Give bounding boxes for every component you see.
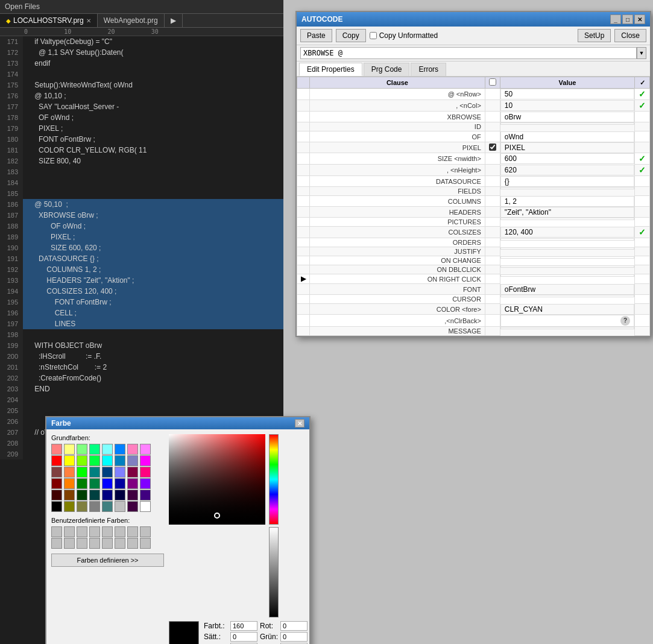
line-content[interactable]: PIXEL ; xyxy=(23,232,283,242)
basic-color-swatch[interactable] xyxy=(89,455,100,466)
value-cell[interactable]: ? xyxy=(500,315,634,327)
value-cell[interactable]: 620 xyxy=(500,165,634,175)
basic-color-swatch[interactable] xyxy=(140,501,151,512)
custom-color-swatch[interactable] xyxy=(127,526,138,537)
line-content[interactable]: :CreateFromCode() xyxy=(23,373,283,384)
basic-color-swatch[interactable] xyxy=(140,490,151,500)
value-cell[interactable] xyxy=(500,274,634,277)
satt-input[interactable] xyxy=(230,632,257,642)
line-content[interactable] xyxy=(23,329,283,340)
value-cell[interactable]: 600 xyxy=(500,153,634,164)
basic-color-swatch[interactable] xyxy=(102,455,113,466)
basic-color-swatch[interactable] xyxy=(89,478,100,489)
line-content[interactable]: @ 1,1 SAY Setup():Daten( xyxy=(23,47,283,58)
value-cell[interactable] xyxy=(500,122,634,125)
color-picker-close-button[interactable]: ✕ xyxy=(295,419,304,428)
basic-color-swatch[interactable] xyxy=(77,455,87,466)
custom-color-swatch[interactable] xyxy=(102,526,113,537)
value-cell[interactable] xyxy=(500,238,634,241)
tab-localhostsrv[interactable]: ◆ LOCALHOSTSRV.prg ✕ xyxy=(0,14,98,27)
ac-tab-errors[interactable]: Errors xyxy=(411,63,446,76)
row-checkbox[interactable] xyxy=(489,144,496,151)
basic-color-swatch[interactable] xyxy=(102,478,113,489)
value-cell[interactable]: 10 xyxy=(500,100,634,111)
basic-color-swatch[interactable] xyxy=(115,490,125,500)
line-content[interactable]: SIZE 800, 40 xyxy=(23,156,283,166)
paste-button[interactable]: Paste xyxy=(300,29,332,42)
basic-color-swatch[interactable] xyxy=(102,444,113,455)
line-content[interactable]: FONT oFontBrw ; xyxy=(23,297,283,308)
basic-color-swatch[interactable] xyxy=(115,478,125,489)
basic-color-swatch[interactable] xyxy=(115,455,125,466)
line-content[interactable]: endif xyxy=(23,58,283,69)
ac-tab-prg-code[interactable]: Prg Code xyxy=(364,63,410,76)
tab-localhostsrv-close[interactable]: ✕ xyxy=(86,17,91,24)
custom-color-swatch[interactable] xyxy=(115,526,125,537)
line-content[interactable] xyxy=(23,69,283,80)
value-cell[interactable]: {} xyxy=(500,176,634,187)
basic-color-swatch[interactable] xyxy=(127,490,138,500)
basic-color-swatch[interactable] xyxy=(127,501,138,512)
line-content[interactable]: CELL ; xyxy=(23,308,283,318)
basic-color-swatch[interactable] xyxy=(140,455,151,466)
setup-button[interactable]: SetUp xyxy=(578,29,611,42)
line-content[interactable] xyxy=(23,188,283,199)
basic-color-swatch[interactable] xyxy=(140,478,151,489)
custom-color-swatch[interactable] xyxy=(64,526,75,537)
basic-color-swatch[interactable] xyxy=(64,478,75,489)
custom-color-swatch[interactable] xyxy=(127,538,138,549)
line-content[interactable]: :nStretchCol := 2 xyxy=(23,362,283,373)
basic-color-swatch[interactable] xyxy=(102,490,113,500)
basic-color-swatch[interactable] xyxy=(127,455,138,466)
xbrowse-dropdown[interactable]: ▼ xyxy=(637,47,646,59)
basic-color-swatch[interactable] xyxy=(51,490,62,500)
line-content[interactable]: END xyxy=(23,384,283,394)
line-content[interactable]: XBROWSE oBrw ; xyxy=(23,210,283,221)
xbrowse-input[interactable] xyxy=(300,47,637,59)
basic-color-swatch[interactable] xyxy=(89,501,100,512)
value-cell[interactable]: oBrw xyxy=(500,112,634,122)
line-content[interactable]: if Valtype(cDebug) = "C" xyxy=(23,36,283,47)
line-content[interactable]: FONT oFontBrw ; xyxy=(23,134,283,145)
custom-color-swatch[interactable] xyxy=(51,538,62,549)
basic-color-swatch[interactable] xyxy=(64,444,75,455)
copy-unformatted-checkbox[interactable] xyxy=(370,32,377,39)
line-content[interactable]: WITH OBJECT oBrw xyxy=(23,340,283,351)
color-hue-strip[interactable] xyxy=(269,434,279,525)
help-icon[interactable]: ? xyxy=(620,316,630,326)
basic-color-swatch[interactable] xyxy=(51,455,62,466)
custom-color-swatch[interactable] xyxy=(77,526,87,537)
value-cell[interactable]: 1, 2 xyxy=(500,196,634,207)
tab-webangebot[interactable]: WebAngebot.prg xyxy=(98,14,165,27)
value-cell[interactable]: "Zeit", "Aktion" xyxy=(500,207,634,218)
basic-color-swatch[interactable] xyxy=(115,501,125,512)
color-gradient[interactable] xyxy=(169,434,265,525)
line-content[interactable]: OF oWnd ; xyxy=(23,112,283,123)
custom-color-swatch[interactable] xyxy=(77,538,87,549)
value-cell[interactable] xyxy=(500,247,634,250)
custom-color-swatch[interactable] xyxy=(115,538,125,549)
farbt-input[interactable] xyxy=(230,621,257,631)
value-cell[interactable]: 120, 400 xyxy=(500,227,634,238)
minimize-button[interactable]: _ xyxy=(610,14,621,24)
rot-input[interactable] xyxy=(280,621,308,631)
basic-color-swatch[interactable] xyxy=(127,444,138,455)
line-content[interactable]: HEADERS "Zeit", "Aktion" ; xyxy=(23,275,283,286)
copy-button[interactable]: Copy xyxy=(336,29,366,42)
line-content[interactable]: :lHScroll := .F. xyxy=(23,351,283,362)
custom-color-swatch[interactable] xyxy=(140,538,151,549)
line-content[interactable]: SAY "LocalHost_Server - xyxy=(23,101,283,112)
ac-tab-edit-properties[interactable]: Edit Properties xyxy=(299,63,362,76)
custom-color-swatch[interactable] xyxy=(89,526,100,537)
farben-definieren-button[interactable]: Farben definieren >> xyxy=(51,554,164,567)
line-content[interactable] xyxy=(23,405,283,416)
properties-table-container[interactable]: Clause Value ✓ @ <nRow>50✓, <nCol>10✓XBR… xyxy=(297,77,650,336)
line-content[interactable]: @ 50,10 ; xyxy=(23,199,283,210)
basic-color-swatch[interactable] xyxy=(77,501,87,512)
basic-color-swatch[interactable] xyxy=(64,501,75,512)
close-button[interactable]: Close xyxy=(614,29,646,42)
value-cell[interactable] xyxy=(500,265,634,268)
close-title-button[interactable]: ✕ xyxy=(634,14,645,24)
line-content[interactable]: OF oWnd ; xyxy=(23,221,283,232)
custom-color-swatch[interactable] xyxy=(51,526,62,537)
